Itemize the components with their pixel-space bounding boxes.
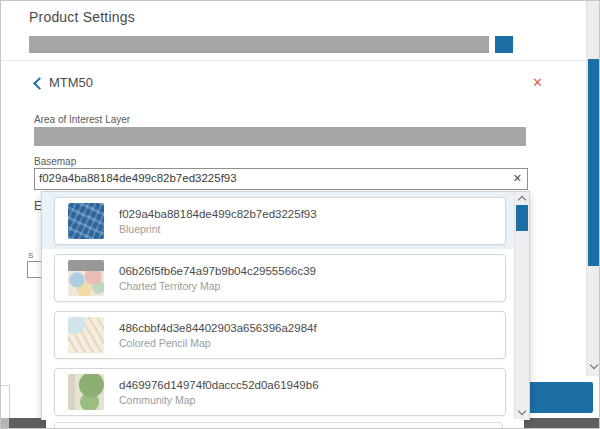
basemap-option-name: Community Map — [119, 394, 319, 406]
basemap-option-card[interactable]: f029a4ba88184de499c82b7ed3225f93 Bluepri… — [54, 197, 506, 245]
basemap-option-name: Blueprint — [119, 223, 317, 235]
basemap-option-partial[interactable] — [54, 422, 503, 429]
basemap-label: Basemap — [34, 156, 76, 167]
obscured-field-label-fragment: S — [28, 251, 33, 260]
back-product-label[interactable]: MTM50 — [49, 75, 93, 90]
basemap-option[interactable]: 486cbbf4d3e84402903a656396a2984f Colored… — [42, 306, 515, 363]
basemap-combobox: ✕ — [34, 168, 528, 190]
redacted-toolbar-bar — [29, 36, 489, 53]
dropdown-scroll-down-icon[interactable] — [518, 407, 526, 415]
dropdown-scrollbar-thumb[interactable] — [516, 205, 528, 231]
basemap-thumbnail — [68, 374, 104, 410]
basemap-option-id: 06b26f5fb6e74a97b9b04c2955566c39 — [119, 265, 316, 277]
close-icon[interactable]: ✕ — [532, 75, 543, 90]
basemap-thumbnail — [68, 317, 104, 353]
basemap-option-name: Colored Pencil Map — [119, 337, 317, 349]
basemap-dropdown: f029a4ba88184de499c82b7ed3225f93 Bluepri… — [41, 191, 530, 420]
blue-square-button[interactable] — [495, 36, 513, 53]
basemap-option-id: f029a4ba88184de499c82b7ed3225f93 — [119, 208, 317, 220]
aoi-layer-label: Area of Interest Layer — [34, 114, 130, 125]
basemap-input[interactable] — [37, 169, 501, 187]
product-settings-dialog: Product Settings MTM50 ✕ Area of Interes… — [0, 0, 600, 429]
basemap-option-id: d469976d14974f0daccc52d0a61949b6 — [119, 379, 319, 391]
primary-action-button[interactable] — [524, 382, 593, 413]
basemap-option-card[interactable]: 486cbbf4d3e84402903a656396a2984f Colored… — [54, 311, 506, 359]
basemap-option-card[interactable]: 06b26f5fb6e74a97b9b04c2955566c39 Charted… — [54, 254, 506, 302]
basemap-option-card[interactable]: d469976d14974f0daccc52d0a61949b6 Communi… — [54, 368, 506, 416]
basemap-option-id: 486cbbf4d3e84402903a656396a2984f — [119, 322, 317, 334]
clear-input-icon[interactable]: ✕ — [513, 172, 522, 185]
basemap-option[interactable]: 06b26f5fb6e74a97b9b04c2955566c39 Charted… — [42, 249, 515, 306]
dropdown-scroll-up-icon[interactable] — [518, 196, 526, 204]
dropdown-scrollbar[interactable] — [514, 192, 529, 420]
dropdown-overflow-area — [46, 419, 524, 429]
basemap-dropdown-list: f029a4ba88184de499c82b7ed3225f93 Bluepri… — [42, 192, 515, 420]
header-divider — [1, 60, 599, 61]
background-panel-border — [9, 385, 10, 418]
window-scrollbar-thumb[interactable] — [588, 59, 599, 266]
basemap-thumbnail — [68, 203, 104, 239]
page-title: Product Settings — [29, 9, 135, 25]
basemap-thumbnail — [68, 260, 104, 296]
background-strip-edge — [1, 418, 9, 429]
window-scrollbar[interactable] — [586, 1, 600, 376]
scrollbar-down-icon[interactable] — [590, 361, 598, 369]
basemap-option[interactable]: d469976d14974f0daccc52d0a61949b6 Communi… — [42, 363, 515, 420]
back-chevron-icon[interactable] — [33, 77, 46, 90]
basemap-option[interactable]: f029a4ba88184de499c82b7ed3225f93 Bluepri… — [42, 192, 515, 249]
basemap-option-name: Charted Territory Map — [119, 280, 316, 292]
aoi-layer-redacted-input[interactable] — [34, 127, 526, 146]
